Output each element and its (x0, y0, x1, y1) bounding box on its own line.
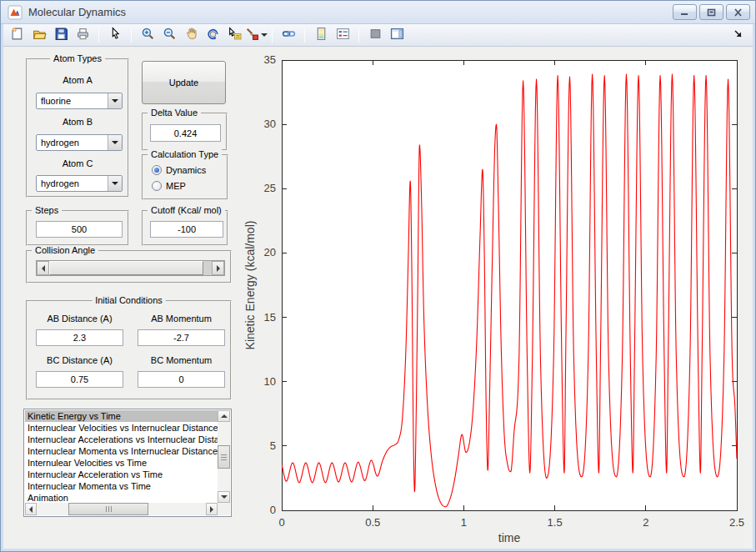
collision-angle-slider[interactable] (36, 260, 225, 276)
ab-distance-field[interactable]: 2.3 (36, 329, 123, 346)
pan-icon (184, 27, 198, 44)
close-button[interactable] (726, 4, 750, 20)
delta-value-panel: Delta Value 0.424 (142, 113, 228, 151)
bc-distance-field[interactable]: 0.75 (36, 371, 123, 388)
cutoff-field[interactable]: -100 (150, 221, 223, 238)
radio-dynamics-label: Dynamics (166, 165, 206, 175)
atom-a-value: fluorine (41, 96, 71, 106)
plot-area[interactable] (282, 60, 737, 510)
save-figure-button[interactable] (52, 26, 70, 44)
steps-field[interactable]: 500 (36, 221, 123, 238)
insert-legend-button[interactable] (333, 26, 352, 44)
grip-icon (106, 506, 112, 512)
data-cursor-button[interactable] (225, 26, 243, 44)
atom-a-select[interactable]: fluorine (36, 93, 123, 109)
open-file-button[interactable] (30, 26, 48, 44)
initial-conditions-panel: Initial Conditions AB Distance (A) AB Mo… (26, 300, 232, 400)
list-item[interactable]: Internulear Velocities vs Time (25, 457, 218, 469)
atom-b-select[interactable]: hydrogen (36, 134, 123, 151)
insert-legend-icon (336, 27, 350, 44)
hide-plot-tools-icon (368, 27, 383, 44)
arrow-up-icon (221, 414, 228, 418)
list-item[interactable]: Kinetic Energy vs Time (25, 410, 218, 422)
link-plot-icon (282, 27, 296, 44)
radio-dynamics[interactable]: Dynamics (152, 165, 206, 175)
brush-data-button[interactable] (247, 26, 265, 44)
print-figure-button[interactable] (73, 26, 92, 44)
y-axis-label: Kinetic Energy (kcal/mol) (243, 221, 257, 350)
zoom-in-button[interactable] (138, 26, 157, 44)
scroll-right-button[interactable] (206, 503, 218, 515)
vertical-scrollbar[interactable] (218, 410, 230, 503)
ab-momentum-field[interactable]: -2.7 (138, 329, 225, 346)
y-tick-label: 5 (270, 439, 276, 452)
plot-type-listbox[interactable]: Kinetic Energy vs TimeInternuclear Veloc… (23, 409, 232, 517)
dock-figure-button[interactable] (733, 28, 746, 42)
slider-thumb[interactable] (49, 261, 203, 275)
arrow-right-icon (217, 265, 220, 272)
radio-mep[interactable]: MEP (152, 181, 186, 191)
radio-selected-icon (152, 165, 162, 175)
rotate-3d-button[interactable] (203, 26, 222, 44)
pan-button[interactable] (182, 26, 200, 44)
x-tick-label: 0 (278, 516, 284, 529)
slider-left-button[interactable] (37, 261, 49, 275)
hide-plot-tools-button[interactable] (366, 26, 384, 44)
atom-b-dropdown-button[interactable] (108, 135, 122, 150)
scroll-down-button[interactable] (218, 491, 230, 503)
toolbar-separator (272, 28, 273, 43)
initial-conditions-title: Initial Conditions (92, 295, 166, 305)
x-tick-label: 1 (461, 516, 467, 529)
insert-colorbar-button[interactable] (312, 26, 330, 44)
horizontal-scroll-thumb[interactable] (68, 503, 148, 515)
scroll-up-button[interactable] (218, 410, 230, 422)
new-figure-button[interactable] (8, 26, 27, 44)
open-file-icon (33, 27, 47, 44)
chevron-down-icon (112, 141, 118, 144)
vertical-scroll-thumb[interactable] (218, 445, 230, 469)
list-item[interactable]: Internuclear Accelerations vs Internucle… (25, 434, 218, 445)
restore-button[interactable] (699, 4, 723, 20)
minimize-button[interactable] (673, 4, 697, 20)
show-plot-tools-button[interactable] (388, 26, 406, 44)
atom-c-select[interactable]: hydrogen (36, 175, 123, 192)
atom-a-dropdown-button[interactable] (108, 93, 122, 108)
x-axis-label: time (498, 531, 521, 544)
edit-plot-icon (108, 27, 123, 44)
y-tick-label: 30 (264, 118, 276, 130)
y-tick-label: 0 (270, 504, 276, 516)
x-tick-label: 0.5 (365, 516, 380, 529)
collision-angle-panel: Collision Angle (26, 250, 232, 284)
slider-right-button[interactable] (212, 261, 224, 275)
update-button[interactable]: Update (142, 61, 226, 104)
list-item[interactable]: Internuclear Momenta vs Internuclear Dis… (25, 445, 218, 457)
scroll-left-button[interactable] (25, 503, 37, 515)
list-item[interactable]: Internuclear Velocities vs Internuclear … (25, 422, 218, 434)
link-plot-button[interactable] (279, 26, 298, 44)
plot-type-list: Kinetic Energy vs TimeInternuclear Veloc… (25, 410, 218, 503)
figure-canvas: 00.511.522.505101520253035timeKinetic En… (3, 47, 753, 549)
horizontal-scrollbar[interactable] (25, 503, 218, 515)
delta-value-field[interactable]: 0.424 (150, 124, 221, 142)
minimize-icon (680, 8, 689, 16)
toolbar-separator (131, 28, 132, 43)
arrow-left-icon (42, 265, 45, 272)
cutoff-title: Cutoff (Kcal/ mol) (148, 205, 225, 215)
list-item[interactable]: Internuclear Momenta vs Time (25, 480, 218, 492)
atom-types-title: Atom Types (50, 53, 105, 63)
list-item[interactable]: Internuclear Acceleration vs Time (25, 469, 218, 480)
x-tick-label: 1.5 (548, 516, 563, 529)
window-title: Molecular Dynamics (28, 6, 126, 18)
figure-window: Molecular Dynamics 00.511.522.5051015202… (0, 0, 756, 552)
edit-plot-button[interactable] (106, 26, 124, 44)
chevron-down-icon (112, 99, 118, 103)
zoom-out-button[interactable] (160, 26, 178, 44)
bc-momentum-field[interactable]: 0 (138, 371, 225, 388)
steps-panel: Steps 500 (26, 210, 129, 246)
list-item[interactable]: Animation (25, 492, 218, 503)
delta-value-title: Delta Value (148, 108, 201, 118)
data-cursor-icon (228, 27, 242, 44)
calculation-type-title: Calculation Type (148, 149, 222, 159)
atom-c-dropdown-button[interactable] (108, 176, 122, 191)
brush-data-icon (245, 27, 259, 44)
